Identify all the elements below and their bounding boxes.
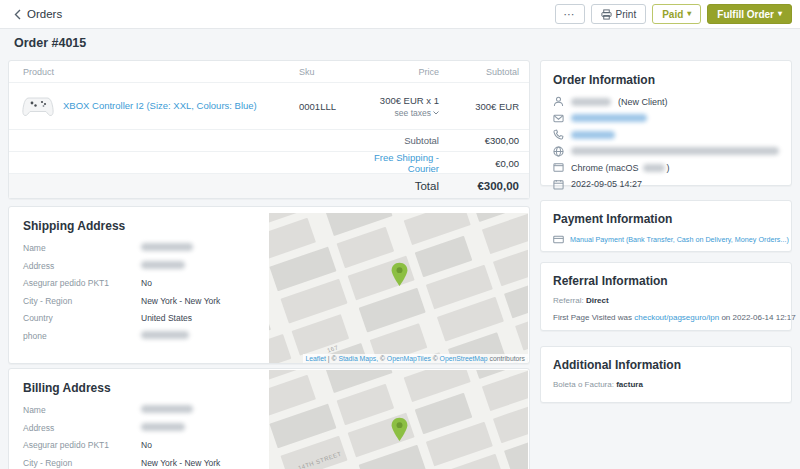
row-value: New York - New York bbox=[141, 296, 220, 306]
page-title: Order #4015 bbox=[14, 36, 86, 50]
subtotal-label: Subtotal bbox=[369, 135, 439, 146]
redacted-phone-link[interactable] bbox=[571, 131, 615, 139]
attribution-text: | © bbox=[328, 355, 337, 362]
total-row: Total €300,00 bbox=[9, 174, 529, 198]
row-label: Name bbox=[23, 405, 141, 415]
col-product: Product bbox=[9, 67, 299, 77]
row-value: United States bbox=[141, 313, 192, 323]
order-information-title: Order Information bbox=[553, 73, 779, 87]
leaflet-link[interactable]: Leaflet bbox=[306, 355, 326, 362]
order-datetime: 2022-09-05 14:27 bbox=[571, 179, 642, 189]
left-column: Product Sku Price Subtotal XBOX Controll… bbox=[8, 60, 530, 469]
redacted-value bbox=[141, 331, 189, 339]
sku-value: 0001LLL bbox=[299, 101, 369, 112]
openstreetmap-link[interactable]: OpenStreetMap bbox=[440, 355, 488, 362]
product-name-link[interactable]: XBOX Controller I2 (Size: XXL, Colours: … bbox=[63, 100, 257, 112]
see-taxes-label: see taxes bbox=[395, 108, 431, 118]
first-page-visited-row: First Page Visited was checkout/pagsegur… bbox=[553, 313, 779, 322]
ip-useragent-row bbox=[553, 146, 779, 157]
address-row: phone bbox=[23, 331, 263, 341]
shipping-method-link[interactable]: Free Shipping - Courier bbox=[369, 152, 439, 174]
row-label: City - Region bbox=[23, 296, 141, 306]
total-value: €300,00 bbox=[439, 180, 519, 192]
see-taxes-toggle[interactable]: see taxes bbox=[395, 108, 439, 118]
address-row: Address bbox=[23, 423, 263, 433]
referral-label: Referral: bbox=[553, 296, 584, 305]
shipping-map[interactable]: 167 Leaflet | © Stadia Maps, © OpenMapTi… bbox=[269, 213, 528, 363]
redacted-value bbox=[141, 243, 193, 251]
printer-icon bbox=[601, 9, 612, 20]
table-row: XBOX Controller I2 (Size: XXL, Colours: … bbox=[9, 83, 529, 130]
redacted-os-version bbox=[643, 164, 665, 172]
openmaptiles-link[interactable]: OpenMapTiles bbox=[387, 355, 431, 362]
attribution-text: © bbox=[433, 355, 438, 362]
redacted-customer-name bbox=[571, 98, 611, 106]
email-row bbox=[553, 113, 779, 124]
subtotal-row: Subtotal €300,00 bbox=[9, 130, 529, 152]
mail-icon bbox=[553, 113, 564, 124]
fulfill-order-button[interactable]: Fulfill Order ▾ bbox=[707, 4, 792, 24]
browser-suffix: ) bbox=[667, 163, 670, 173]
product-thumbnail-controller bbox=[21, 93, 55, 119]
order-items-card: Product Sku Price Subtotal XBOX Controll… bbox=[8, 60, 530, 199]
billing-address-title: Billing Address bbox=[23, 381, 263, 395]
fulfill-label: Fulfill Order bbox=[717, 9, 774, 20]
order-information-card: Order Information (New Client) Chrome (m bbox=[540, 60, 792, 186]
table-header: Product Sku Price Subtotal bbox=[9, 61, 529, 83]
billing-map[interactable]: 14TH STREET bbox=[269, 370, 528, 469]
caret-down-icon: ▾ bbox=[778, 10, 782, 18]
boleta-row: Boleta o Factura: factura bbox=[553, 380, 779, 389]
paid-label: Paid bbox=[662, 9, 683, 20]
chevron-left-icon bbox=[14, 9, 21, 20]
visited-prefix: First Page Visited was bbox=[553, 313, 632, 322]
attribution-text: contributors bbox=[489, 355, 525, 362]
boleta-value: factura bbox=[616, 380, 643, 389]
address-row: Name bbox=[23, 243, 263, 253]
map-pin-icon[interactable] bbox=[389, 416, 410, 443]
new-client-label: (New Client) bbox=[618, 97, 668, 107]
map-tiles bbox=[269, 213, 528, 363]
col-price: Price bbox=[369, 67, 439, 77]
col-sku: Sku bbox=[299, 67, 369, 77]
paid-status-dropdown[interactable]: Paid ▾ bbox=[652, 4, 701, 24]
redacted-value bbox=[141, 261, 185, 269]
payment-information-title: Payment Information bbox=[553, 212, 779, 226]
right-column: Order Information (New Client) Chrome (m bbox=[540, 60, 792, 403]
row-label: Address bbox=[23, 261, 141, 271]
topbar: Orders ⋯ Print Paid ▾ Fulfill Order ▾ bbox=[0, 0, 800, 29]
row-label: Asegurar pedido PKT1 bbox=[23, 440, 141, 450]
shipping-address-card: Shipping Address Name Address Asegurar p… bbox=[8, 206, 530, 364]
shipping-row: Free Shipping - Courier €0,00 bbox=[9, 152, 529, 174]
row-value: No bbox=[141, 278, 152, 288]
referral-value: Direct bbox=[586, 296, 609, 305]
calendar-icon bbox=[553, 179, 564, 190]
referral-information-card: Referral Information Referral: Direct Fi… bbox=[540, 262, 792, 331]
visited-suffix: on 2022-06-14 12:17 bbox=[721, 313, 795, 322]
address-row: City - Region New York - New York bbox=[23, 458, 263, 468]
phone-row bbox=[553, 129, 779, 140]
shipping-value: €0,00 bbox=[439, 158, 519, 169]
redacted-email-link[interactable] bbox=[571, 114, 647, 122]
map-pin-icon[interactable] bbox=[389, 261, 410, 288]
address-row: Country United States bbox=[23, 313, 263, 323]
row-label: Address bbox=[23, 423, 141, 433]
additional-information-card: Additional Information Boleta o Factura:… bbox=[540, 346, 792, 403]
order-date-row: 2022-09-05 14:27 bbox=[553, 179, 779, 190]
browser-icon bbox=[553, 162, 564, 173]
map-attribution: Leaflet | © Stadia Maps, © OpenMapTiles … bbox=[303, 354, 528, 363]
print-button[interactable]: Print bbox=[591, 4, 647, 24]
stadia-link[interactable]: Stadia Maps, bbox=[338, 355, 378, 362]
address-row: Address bbox=[23, 261, 263, 271]
back-to-orders-link[interactable]: Orders bbox=[14, 8, 62, 20]
row-value: New York - New York bbox=[141, 458, 220, 468]
more-actions-button[interactable]: ⋯ bbox=[555, 4, 585, 24]
payment-method-row: Manual Payment (Bank Transfer, Cash on D… bbox=[553, 234, 779, 245]
payment-method-link[interactable]: Manual Payment (Bank Transfer, Cash on D… bbox=[570, 235, 789, 244]
visited-page-link[interactable]: checkout/pagseguro/ipn bbox=[634, 313, 719, 322]
browser-row: Chrome (macOS ) bbox=[553, 162, 779, 173]
browser-prefix: Chrome (macOS bbox=[571, 163, 639, 173]
redacted-value bbox=[141, 405, 193, 413]
caret-down-icon: ▾ bbox=[687, 10, 691, 18]
print-label: Print bbox=[616, 9, 637, 20]
referral-row: Referral: Direct bbox=[553, 296, 779, 305]
